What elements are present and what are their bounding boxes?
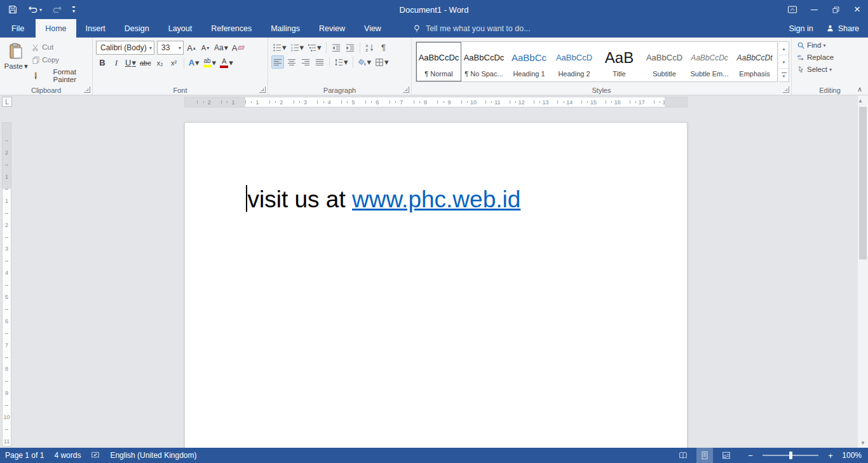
ribbon-display-options-button[interactable] [782,0,803,19]
font-family-combobox[interactable]: Calibri (Body) ▾ [96,41,154,55]
restore-button[interactable] [825,0,846,19]
web-layout-button[interactable] [718,448,735,463]
italic-button[interactable]: I [110,56,123,69]
page-indicator[interactable]: Page 1 of 1 [5,448,44,463]
tab-file[interactable]: File [0,19,36,38]
tab-design[interactable]: Design [115,19,159,38]
tab-insert[interactable]: Insert [76,19,115,38]
underline-caret[interactable]: ▾ [132,58,136,67]
scroll-down-button[interactable]: ▼ [858,438,868,448]
style-item-emphasis[interactable]: AaBbCcDtEmphasis [732,42,777,81]
zoom-in-button[interactable]: + [826,451,835,460]
collapse-ribbon-button[interactable]: ∧ [855,85,865,93]
document-page[interactable]: visit us at www.phc.web.id [184,122,688,448]
paste-button[interactable]: Paste▾ [3,39,29,85]
styles-scroll-up-button[interactable]: ▴ [779,42,789,55]
bold-button[interactable]: B [96,56,109,69]
styles-dialog-launcher[interactable] [783,86,789,93]
superscript-button[interactable]: x² [168,56,180,69]
read-mode-button[interactable] [675,448,691,463]
bullets-caret[interactable]: ▾ [282,43,287,52]
styles-gallery-more-button[interactable]: ▾ [779,69,789,81]
copy-button[interactable]: Copy [29,55,90,66]
scrollbar-thumb[interactable] [859,107,867,259]
scroll-up-button[interactable]: ▲ [858,95,863,106]
font-color-button[interactable]: A ▾ [219,56,234,69]
clipboard-dialog-launcher[interactable] [84,86,90,93]
align-right-button[interactable] [299,55,312,69]
decrease-indent-button[interactable] [330,41,342,54]
highlight-color-button[interactable]: ab ▾ [202,56,218,69]
tell-me-box[interactable]: Tell me what you want to do... [412,19,531,38]
zoom-slider-thumb[interactable] [789,452,792,459]
document-link[interactable]: www.phc.web.id [352,186,520,212]
style-item-heading-1[interactable]: AaBbCcHeading 1 [506,42,552,81]
find-button[interactable]: Find▾ [794,40,828,51]
format-painter-button[interactable]: Format Painter [29,67,90,85]
font-size-dropdown-caret[interactable]: ▾ [177,45,183,51]
tab-references[interactable]: References [201,19,261,38]
subscript-button[interactable]: x₂ [154,56,166,69]
find-caret[interactable]: ▾ [823,43,825,48]
style-item-no-spac[interactable]: AaBbCcDc¶ No Spac... [461,42,506,81]
tab-mailings[interactable]: Mailings [261,19,309,38]
cut-button[interactable]: Cut [29,42,90,53]
justify-button[interactable] [313,55,326,69]
increase-indent-button[interactable] [344,41,356,54]
select-caret[interactable]: ▾ [829,67,832,73]
styles-scroll-down-button[interactable]: ▾ [779,55,789,69]
word-count[interactable]: 4 words [54,448,81,463]
tab-view[interactable]: View [355,19,391,38]
borders-caret[interactable]: ▾ [384,57,389,67]
zoom-slider[interactable] [763,455,818,456]
close-button[interactable]: × [846,0,868,19]
language-indicator[interactable]: English (United Kingdom) [110,448,196,463]
line-spacing-button[interactable]: ▾ [333,55,349,69]
style-item-subtitle[interactable]: AaBbCcDSubtitle [642,42,687,81]
undo-button[interactable]: ▾ [28,4,42,15]
tab-home[interactable]: Home [36,19,76,38]
replace-button[interactable]: Replace [794,52,836,63]
customize-qat-button[interactable]: ▾ [72,4,75,15]
select-button[interactable]: Select▾ [794,64,834,75]
font-size-combobox[interactable]: 33 ▾ [157,41,184,55]
font-color-caret[interactable]: ▾ [229,58,233,67]
text-effects-button[interactable]: A▾ [187,56,201,69]
shading-caret[interactable]: ▾ [367,57,372,67]
zoom-out-button[interactable]: − [746,451,755,460]
undo-dropdown-caret[interactable]: ▾ [39,7,42,13]
bullets-button[interactable]: ▾ [271,41,288,54]
save-button[interactable] [8,4,18,15]
underline-button[interactable]: U▾ [124,56,137,69]
sign-in-button[interactable]: Sign in [789,24,813,33]
align-left-button[interactable] [271,55,284,69]
minimize-button[interactable] [803,0,825,19]
borders-button[interactable]: ▾ [374,55,390,69]
sort-button[interactable] [363,41,376,54]
zoom-level[interactable]: 100% [840,451,862,460]
shrink-font-button[interactable]: A▾ [199,41,212,55]
multilevel-list-button[interactable]: ▾ [306,41,323,54]
change-case-button[interactable]: Aa▾ [213,41,229,55]
font-family-dropdown-caret[interactable]: ▾ [147,45,154,51]
numbering-caret[interactable]: ▾ [300,43,304,52]
strikethrough-button[interactable]: abc [139,56,153,69]
tab-review[interactable]: Review [309,19,355,38]
tab-layout[interactable]: Layout [159,19,202,38]
font-dialog-launcher[interactable] [259,86,266,93]
style-item-subtle-em[interactable]: AaBbCcDcSubtle Em... [687,42,732,81]
style-item-heading-2[interactable]: AaBbCcDHeading 2 [552,42,597,81]
shading-button[interactable]: ▾ [356,55,373,69]
style-item-normal[interactable]: AaBbCcDc¶ Normal [416,42,461,81]
highlight-caret[interactable]: ▾ [212,58,217,67]
print-layout-button[interactable] [696,448,713,463]
grow-font-button[interactable]: A▴ [185,41,198,55]
style-item-title[interactable]: AaBTitle [597,42,642,81]
clear-formatting-button[interactable]: A [231,41,246,55]
proofing-status[interactable] [91,448,100,463]
numbering-button[interactable]: ▾ [289,41,306,54]
show-hide-marks-button[interactable]: ¶ [377,41,390,54]
paragraph-dialog-launcher[interactable] [403,86,409,93]
multilevel-caret[interactable]: ▾ [317,43,322,52]
align-center-button[interactable] [285,55,298,69]
